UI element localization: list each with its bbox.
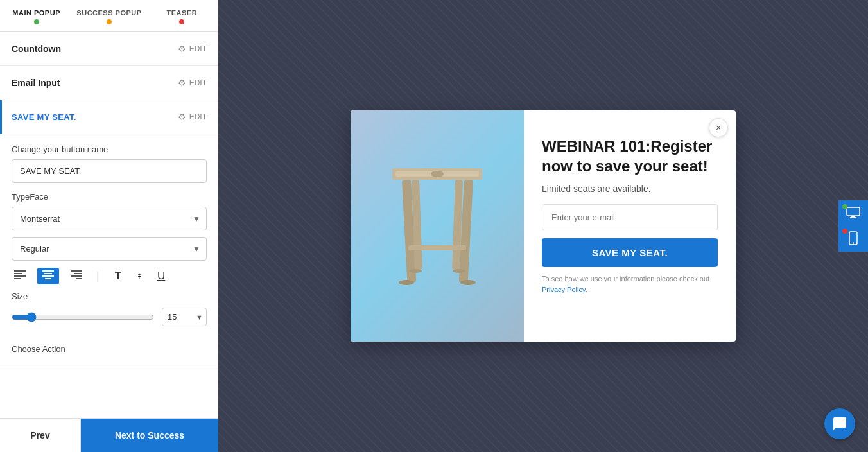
font-family-wrapper: Font Family Montserrat Arial Helvetica ▼ [12, 207, 207, 230]
section-email-label: Email Input [12, 78, 60, 88]
email-gear-icon: ⚙ [178, 78, 186, 88]
save-seat-header: SAVE MY SEAT. ⚙ EDIT [12, 112, 207, 122]
right-area: × WEBINAR 101:Register now to save your … [218, 0, 868, 452]
tab-main-popup[interactable]: MAIN POPUP [0, 0, 73, 31]
modal-title: WEBINAR 101:Register now to save your se… [542, 136, 718, 176]
choose-action-label: Choose Action [12, 335, 207, 356]
size-select-wrapper: 81012151824364872 ▼ [162, 308, 207, 326]
countdown-edit-btn[interactable]: ⚙ EDIT [178, 44, 207, 54]
tab-teaser-label: TEASER [167, 9, 198, 17]
modal-close-button[interactable]: × [709, 118, 728, 137]
align-group: | T t U [12, 267, 207, 285]
align-center-btn[interactable] [37, 268, 59, 284]
button-name-label: Change your button name [12, 144, 207, 154]
save-seat-content: Change your button name TypeFace Font Fa… [0, 134, 218, 367]
modal-cta-button[interactable]: SAVE MY SEAT. [542, 238, 718, 267]
section-save-seat-label: SAVE MY SEAT. [12, 112, 76, 122]
align-divider: | [96, 270, 100, 283]
section-list: Countdown ⚙ EDIT Email Input ⚙ EDIT SAVE… [0, 32, 218, 452]
font-bold-btn[interactable]: T [111, 267, 125, 285]
modal: × WEBINAR 101:Register now to save your … [351, 110, 736, 342]
modal-content: × WEBINAR 101:Register now to save your … [524, 110, 736, 342]
desktop-icon [846, 207, 860, 218]
svg-rect-7 [45, 278, 51, 279]
svg-rect-0 [14, 270, 26, 272]
svg-rect-2 [14, 275, 26, 277]
svg-point-14 [431, 171, 444, 177]
tab-main-dot [34, 19, 39, 24]
mobile-icon [849, 231, 858, 245]
bottom-bar: Prev Next to Success [0, 418, 218, 452]
tab-success-popup[interactable]: SUCCESS POPUP [73, 0, 145, 31]
modal-overlay: × WEBINAR 101:Register now to save your … [218, 0, 868, 452]
svg-rect-1 [14, 273, 22, 274]
font-family-select[interactable]: Font Family Montserrat Arial Helvetica [12, 207, 207, 230]
save-seat-edit-btn[interactable]: ⚙ EDIT [178, 112, 207, 122]
svg-point-28 [853, 242, 854, 243]
svg-rect-9 [74, 273, 82, 274]
tab-bar: MAIN POPUP SUCCESS POPUP TEASER [0, 0, 218, 32]
svg-rect-10 [71, 275, 82, 277]
next-to-success-button[interactable]: Next to Success [81, 419, 218, 452]
modal-subtitle: Limited seats are available. [542, 184, 718, 194]
svg-rect-5 [44, 273, 52, 274]
align-right-btn[interactable] [68, 268, 85, 284]
tab-success-popup-label: SUCCESS POPUP [76, 9, 141, 17]
svg-rect-8 [71, 270, 82, 272]
svg-point-22 [409, 269, 422, 273]
section-item-save-seat[interactable]: SAVE MY SEAT. ⚙ EDIT [0, 100, 218, 134]
left-panel: MAIN POPUP SUCCESS POPUP TEASER Countdow… [0, 0, 218, 452]
modal-email-input[interactable] [542, 204, 718, 230]
section-item-email[interactable]: Email Input ⚙ EDIT [0, 66, 218, 100]
font-weight-wrapper: Font Weight Regular Bold Light ▼ [12, 237, 207, 261]
email-edit-label: EDIT [189, 78, 207, 87]
typeface-label: TypeFace [12, 192, 207, 202]
section-countdown-label: Countdown [12, 44, 61, 54]
svg-point-21 [460, 280, 476, 285]
privacy-policy-link[interactable]: Privacy Policy. [542, 286, 587, 293]
tab-teaser[interactable]: TEASER [146, 0, 218, 31]
desktop-view-btn[interactable] [838, 200, 868, 225]
svg-point-20 [399, 280, 414, 285]
mobile-view-btn[interactable] [838, 225, 868, 252]
chat-icon [832, 416, 847, 431]
chat-bubble-btn[interactable] [824, 408, 855, 439]
size-slider[interactable] [12, 312, 154, 322]
svg-rect-19 [408, 245, 466, 250]
right-sidebar [838, 200, 868, 252]
align-left-btn[interactable] [12, 268, 28, 284]
modal-close-icon: × [716, 123, 721, 133]
svg-rect-24 [847, 207, 860, 216]
font-strikethrough-btn[interactable]: t [134, 268, 144, 284]
font-underline-btn[interactable]: U [153, 267, 169, 285]
size-row: 81012151824364872 ▼ [12, 308, 207, 326]
tab-teaser-dot [179, 19, 184, 24]
stool-illustration [373, 130, 501, 322]
modal-privacy-text: To see how we use your information pleas… [542, 274, 718, 295]
svg-point-23 [453, 269, 465, 273]
svg-rect-6 [42, 275, 54, 277]
save-seat-edit-label: EDIT [189, 112, 207, 121]
modal-image [351, 110, 524, 342]
svg-rect-4 [42, 270, 54, 272]
size-select[interactable]: 81012151824364872 [162, 308, 207, 326]
svg-rect-3 [14, 278, 21, 279]
section-item-countdown[interactable]: Countdown ⚙ EDIT [0, 32, 218, 66]
svg-rect-25 [851, 216, 855, 217]
button-name-input[interactable] [12, 159, 207, 183]
save-seat-gear-icon: ⚙ [178, 112, 186, 122]
svg-rect-11 [76, 278, 82, 279]
svg-rect-26 [850, 217, 856, 218]
prev-button[interactable]: Prev [0, 419, 81, 452]
countdown-gear-icon: ⚙ [178, 44, 186, 54]
font-weight-select[interactable]: Font Weight Regular Bold Light [12, 237, 207, 261]
desktop-dot [842, 204, 847, 209]
mobile-dot [842, 229, 847, 234]
tab-main-popup-label: MAIN POPUP [12, 9, 60, 17]
countdown-edit-label: EDIT [189, 44, 207, 53]
size-label: Size [12, 291, 207, 301]
tab-success-dot [107, 19, 112, 24]
email-edit-btn[interactable]: ⚙ EDIT [178, 78, 207, 88]
